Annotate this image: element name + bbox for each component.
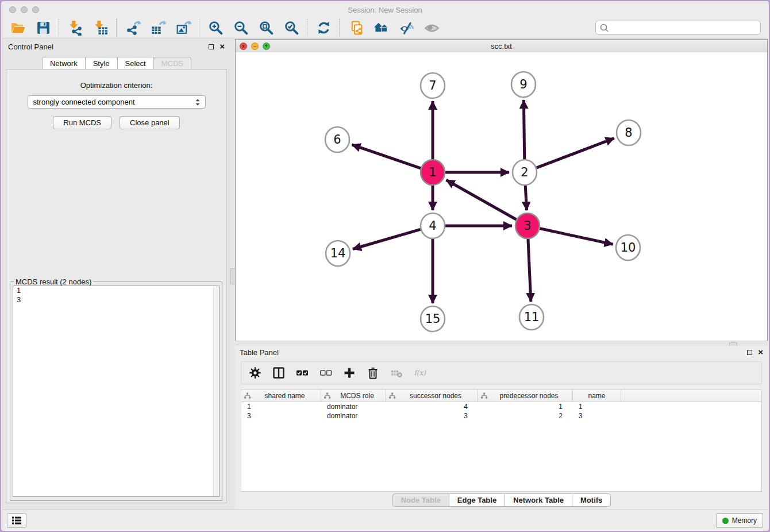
node-9[interactable]: 9 <box>511 72 536 97</box>
delete-column-icon[interactable] <box>366 366 380 380</box>
column-header-shared-name[interactable]: shared name <box>241 390 321 402</box>
edge-3-1[interactable] <box>446 180 518 220</box>
table-cell[interactable]: 1 <box>573 403 621 411</box>
open-session-icon[interactable] <box>10 20 26 36</box>
search-input[interactable] <box>611 22 760 33</box>
edge-3-10[interactable] <box>538 228 613 244</box>
table-cell[interactable]: dominator <box>321 412 386 420</box>
table-row[interactable]: 1dominator411 <box>241 402 761 411</box>
node-1[interactable]: 1 <box>421 160 445 185</box>
tab-network-table[interactable]: Network Table <box>505 494 572 507</box>
svg-text:9: 9 <box>519 78 527 91</box>
node-2[interactable]: 2 <box>513 160 537 185</box>
refresh-icon[interactable] <box>315 20 332 36</box>
column-layout-icon[interactable] <box>272 366 286 380</box>
network-overview-icon[interactable] <box>373 20 389 36</box>
export-network-icon[interactable] <box>125 20 141 36</box>
table-cell[interactable]: dominator <box>321 403 386 411</box>
zoom-in-icon[interactable] <box>207 20 224 36</box>
add-column-icon[interactable] <box>342 366 356 380</box>
node-table-header: shared nameMCDS rolesuccessor nodesprede… <box>241 390 761 402</box>
right-column: x – + scc.txt 7968124314101511 Table Pan… <box>235 39 768 510</box>
table-panel-close-icon[interactable]: × <box>758 349 763 355</box>
copy-view-icon[interactable] <box>348 20 364 36</box>
memory-button[interactable]: Memory <box>716 513 763 528</box>
table-cell[interactable]: 3 <box>573 412 621 420</box>
svg-text:6: 6 <box>333 133 341 147</box>
network-canvas[interactable]: 7968124314101511 <box>236 52 767 341</box>
edge-3-11[interactable] <box>528 237 531 302</box>
fit-content-icon[interactable] <box>258 20 274 36</box>
svg-text:1: 1 <box>429 165 436 179</box>
table-cell[interactable]: 1 <box>241 403 321 411</box>
toolbar-group <box>2 20 59 36</box>
control-panel-float-icon[interactable] <box>209 44 214 49</box>
column-header-name[interactable]: name <box>573 390 621 402</box>
import-table-icon[interactable] <box>93 20 109 36</box>
control-panel-header: Control Panel × <box>3 40 229 53</box>
export-table-icon[interactable] <box>150 20 166 36</box>
table-options-icon[interactable] <box>248 366 262 380</box>
criterion-dropdown[interactable]: strongly connected component <box>28 95 206 109</box>
save-session-icon[interactable] <box>35 20 51 36</box>
node-3[interactable]: 3 <box>515 213 540 238</box>
table-cell[interactable]: 3 <box>241 412 321 420</box>
table-row[interactable]: 3dominator323 <box>241 411 761 421</box>
tab-motifs[interactable]: Motifs <box>572 494 611 507</box>
edge-2-3[interactable] <box>525 183 527 210</box>
hide-graphics-details-icon[interactable] <box>398 20 414 36</box>
run-mcds-button[interactable]: Run MCDS <box>53 116 111 129</box>
mcds-result-line: 1 <box>13 286 219 295</box>
edge-2-8[interactable] <box>535 138 614 169</box>
tab-network[interactable]: Network <box>42 57 86 70</box>
column-header-predecessor-nodes[interactable]: predecessor nodes <box>478 390 573 402</box>
memory-status-icon <box>722 518 729 524</box>
node-4[interactable]: 4 <box>421 213 445 238</box>
table-cell[interactable]: 3 <box>386 412 478 420</box>
zoom-out-icon[interactable] <box>233 20 249 36</box>
node-table: shared nameMCDS rolesuccessor nodesprede… <box>241 390 762 492</box>
edge-4-14[interactable] <box>353 229 422 249</box>
table-panel-float-icon[interactable] <box>747 350 752 355</box>
table-cell[interactable]: 1 <box>478 403 573 411</box>
column-header-MCDS-role[interactable]: MCDS role <box>321 390 386 402</box>
node-15[interactable]: 15 <box>421 306 445 331</box>
tab-mcds[interactable]: MCDS <box>153 57 191 70</box>
table-cell[interactable]: 2 <box>478 412 573 420</box>
node-10[interactable]: 10 <box>616 235 640 260</box>
tab-edge-table[interactable]: Edge Table <box>449 494 505 507</box>
node-14[interactable]: 14 <box>326 241 350 266</box>
svg-text:3: 3 <box>523 219 531 233</box>
optimization-criterion-label: Optimization criterion: <box>6 81 226 90</box>
column-header-successor-nodes[interactable]: successor nodes <box>386 390 478 402</box>
tab-style[interactable]: Style <box>85 57 118 70</box>
control-panel-close-icon[interactable]: × <box>220 44 225 49</box>
node-7[interactable]: 7 <box>421 73 445 98</box>
tab-node-table[interactable]: Node Table <box>392 494 449 507</box>
zoom-selected-icon[interactable] <box>283 20 299 36</box>
close-panel-button[interactable]: Close panel <box>120 116 180 129</box>
import-network-icon[interactable] <box>67 20 83 36</box>
node-11[interactable]: 11 <box>519 304 544 330</box>
task-history-button[interactable] <box>7 513 26 528</box>
svg-text:11: 11 <box>524 310 540 324</box>
show-graphics-details-icon[interactable] <box>424 20 440 36</box>
export-image-icon[interactable] <box>175 20 191 36</box>
network-view-window: x – + scc.txt 7968124314101511 <box>235 39 768 341</box>
delete-table-icon <box>390 366 403 380</box>
table-cell[interactable]: 4 <box>386 403 478 411</box>
edge-1-6[interactable] <box>352 145 423 169</box>
node-6[interactable]: 6 <box>325 127 349 152</box>
mcds-result-title: MCDS result (2 nodes) <box>14 277 93 286</box>
mcds-result-text[interactable]: 13 <box>13 286 220 497</box>
select-all-icon[interactable] <box>295 366 309 380</box>
mcds-panel: Optimization criterion: strongly connect… <box>6 69 227 503</box>
deselect-all-icon[interactable] <box>319 366 333 380</box>
edge-2-9[interactable] <box>523 100 524 161</box>
node-8[interactable]: 8 <box>617 120 641 145</box>
toolbar-group <box>340 20 447 36</box>
application-window: Session: New Session Control Panel × Net… <box>0 0 770 532</box>
horizontal-splitter[interactable] <box>468 342 768 346</box>
mcds-result-scrollbar[interactable] <box>213 286 219 496</box>
tab-select[interactable]: Select <box>117 57 154 70</box>
